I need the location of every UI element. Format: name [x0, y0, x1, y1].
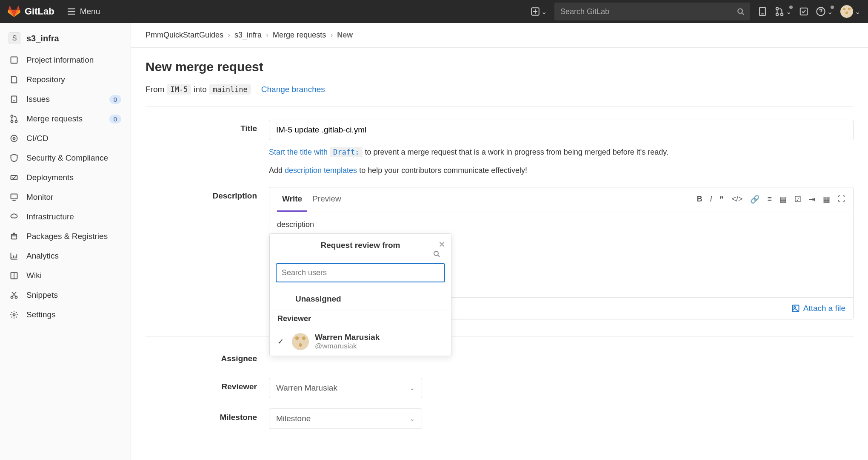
template-link[interactable]: description templates [285, 166, 357, 175]
sidebar-item-project-information[interactable]: Project information [0, 50, 131, 70]
sidebar-item-label: Security & Compliance [26, 153, 108, 163]
merge-icon [775, 7, 784, 16]
menu-label: Menu [80, 7, 100, 16]
svg-point-1 [738, 9, 742, 14]
sidebar-item-settings[interactable]: Settings [0, 305, 131, 325]
reviewer-select[interactable]: Warren Marusiak⌄ [269, 378, 422, 398]
sidebar-item-label: Snippets [26, 290, 58, 300]
description-textarea[interactable]: description Request review from ✕ [269, 212, 853, 297]
logo-area[interactable]: GitLab [8, 5, 54, 18]
snippets-icon [9, 290, 19, 300]
search-box[interactable] [554, 3, 750, 20]
sidebar-item-security[interactable]: Security & Compliance [0, 148, 131, 168]
svg-rect-8 [11, 57, 17, 63]
sidebar-item-infrastructure[interactable]: Infrastructure [0, 207, 131, 227]
analytics-icon [9, 251, 19, 261]
sidebar-item-cicd[interactable]: CI/CD [0, 129, 131, 148]
add-label: Add [269, 166, 285, 175]
repository-icon [9, 75, 19, 84]
chevron-down-icon: ⌄ [410, 385, 415, 391]
chevron-right-icon: › [228, 31, 230, 40]
bold-icon[interactable]: B [697, 195, 702, 204]
topbar: GitLab Menu ⌄ ⌄ ⌄ ⌄ [0, 0, 868, 23]
attach-label: Attach a file [803, 304, 845, 313]
search-icon [737, 8, 744, 15]
issues-icon [9, 95, 19, 104]
code-icon[interactable]: </> [731, 195, 742, 204]
breadcrumb-link[interactable]: s3_infra [234, 31, 262, 40]
fullscreen-icon[interactable]: ⛶ [838, 195, 845, 204]
from-label: From [146, 85, 164, 94]
change-branches-link[interactable]: Change branches [261, 85, 325, 94]
preview-tab[interactable]: Preview [307, 187, 346, 212]
italic-icon[interactable]: I [710, 195, 712, 204]
sidebar-project[interactable]: S s3_infra [0, 26, 131, 50]
sidebar-item-label: Monitor [26, 193, 53, 202]
quote-icon[interactable]: ❞ [720, 195, 724, 204]
sidebar-item-deployments[interactable]: Deployments [0, 168, 131, 187]
sidebar-item-label: Issues [26, 95, 50, 104]
svg-point-24 [794, 306, 795, 308]
chevron-down-icon: ⌄ [410, 415, 415, 422]
breadcrumb-link[interactable]: PmmQuickStartGuides [146, 31, 223, 40]
numbered-list-icon[interactable]: ▤ [779, 195, 787, 204]
avatar [292, 333, 309, 350]
title-input[interactable] [269, 120, 854, 140]
breadcrumb-link[interactable]: Merge requests [273, 31, 326, 40]
sidebar-item-packages[interactable]: Packages & Registries [0, 227, 131, 246]
user-menu[interactable]: ⌄ [840, 5, 860, 18]
source-branch: IM-5 [167, 84, 191, 95]
new-dropdown[interactable]: ⌄ [531, 7, 547, 16]
svg-point-3 [776, 7, 779, 10]
sidebar-item-wiki[interactable]: Wiki [0, 266, 131, 285]
menu-toggle[interactable]: Menu [67, 7, 100, 16]
milestone-label: Milestone [146, 408, 269, 429]
draft-suffix: to prevent a merge request that is a wor… [363, 148, 668, 156]
milestone-value: Milestone [276, 414, 311, 423]
svg-point-19 [11, 296, 13, 299]
sidebar-item-merge-requests[interactable]: Merge requests0 [0, 109, 131, 129]
milestone-select[interactable]: Milestone⌄ [269, 408, 422, 429]
issues-shortcut[interactable] [758, 7, 767, 16]
sidebar-item-label: Settings [26, 310, 56, 319]
title-label: Title [146, 120, 269, 177]
indent-icon[interactable]: ⇥ [809, 195, 815, 204]
into-label: into [194, 85, 207, 94]
bullet-list-icon[interactable]: ≡ [767, 195, 772, 204]
draft-prefix-link[interactable]: Start the title with [269, 148, 330, 156]
notification-dot-icon [789, 6, 793, 9]
user-search-input[interactable] [276, 263, 445, 282]
write-tab[interactable]: Write [277, 187, 307, 212]
sidebar-item-label: Repository [26, 75, 65, 84]
sidebar-item-label: Packages & Registries [26, 232, 108, 241]
attach-file-button[interactable]: Attach a file [791, 304, 845, 313]
editor-toolbar: B I ❞ </> 🔗 ≡ ▤ ☑ ⇥ ▦ ⛶ [697, 195, 845, 204]
sidebar-item-repository[interactable]: Repository [0, 70, 131, 89]
breadcrumb-current: New [337, 31, 353, 40]
svg-rect-16 [11, 194, 17, 199]
merge-requests-shortcut[interactable]: ⌄ [775, 7, 791, 16]
user-name: Warren Marusiak [315, 333, 380, 342]
merge-icon [9, 114, 19, 124]
sidebar-item-monitor[interactable]: Monitor [0, 187, 131, 207]
unassigned-option[interactable]: Unassigned [270, 288, 451, 310]
user-option[interactable]: ✓ Warren Marusiak @wmarusiak [270, 328, 451, 356]
table-icon[interactable]: ▦ [823, 195, 830, 204]
sidebar-item-analytics[interactable]: Analytics [0, 246, 131, 266]
monitor-icon [9, 193, 19, 202]
close-icon[interactable]: ✕ [439, 240, 445, 249]
svg-rect-9 [11, 96, 17, 103]
todos-shortcut[interactable] [799, 7, 808, 16]
brand-name: GitLab [25, 6, 54, 17]
search-icon [433, 250, 440, 259]
template-suffix: to help your contributors communicate ef… [357, 166, 527, 175]
sidebar-item-snippets[interactable]: Snippets [0, 285, 131, 305]
help-dropdown[interactable]: ⌄ [816, 7, 833, 16]
link-icon[interactable]: 🔗 [750, 195, 760, 204]
sidebar-item-label: Merge requests [26, 114, 83, 124]
sidebar-item-issues[interactable]: Issues0 [0, 89, 131, 109]
search-input[interactable] [560, 7, 737, 16]
task-list-icon[interactable]: ☑ [794, 195, 801, 204]
wiki-icon [9, 271, 19, 280]
svg-point-12 [15, 121, 17, 123]
